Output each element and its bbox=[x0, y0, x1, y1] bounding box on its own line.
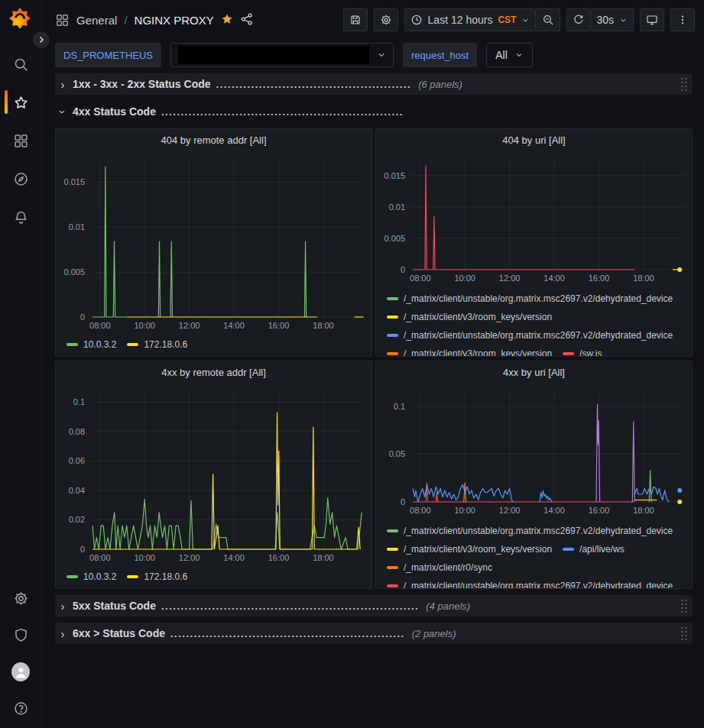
chevron-down-icon bbox=[619, 16, 628, 24]
apps-grid-icon bbox=[55, 13, 70, 28]
svg-text:0: 0 bbox=[80, 312, 85, 322]
panel-4xx-by-remote-addr: 4xx by remote addr [All] 08:0010:0012:00… bbox=[55, 361, 372, 589]
chart-404-by-remote-addr[interactable]: 08:0010:0012:0014:0016:0018:0000.0050.01… bbox=[56, 150, 371, 334]
legend-item[interactable]: /api/live/ws bbox=[563, 543, 625, 555]
svg-text:14:00: 14:00 bbox=[543, 273, 565, 283]
variable-request-host-value: All bbox=[495, 49, 508, 61]
legend-swatch bbox=[127, 575, 138, 578]
legend-item[interactable]: /_matrix/client/unstable/org.matrix.msc2… bbox=[387, 580, 673, 588]
legend-item[interactable]: /_matrix/client/unstable/org.matrix.msc2… bbox=[387, 329, 673, 341]
legend-item[interactable]: /_matrix/client/v3/room_keys/version bbox=[387, 348, 552, 356]
dashboard-settings-button[interactable] bbox=[374, 8, 398, 31]
chart-404-by-uri[interactable]: 08:0010:0012:0014:0016:0018:0000.0050.01… bbox=[376, 150, 692, 286]
panel-title[interactable]: 4xx by remote addr [All] bbox=[56, 361, 371, 383]
legend-swatch bbox=[387, 352, 398, 355]
variable-label-request-host[interactable]: request_host bbox=[403, 43, 477, 67]
compass-icon bbox=[13, 171, 29, 187]
row-panel-count: (2 panels) bbox=[412, 628, 456, 639]
row-drag-handle[interactable] bbox=[680, 626, 688, 642]
svg-text:0.04: 0.04 bbox=[69, 486, 85, 495]
row-title: 4xx Status Code bbox=[73, 105, 156, 118]
legend-item[interactable]: /sw.js bbox=[563, 348, 602, 356]
legend-item[interactable]: /_matrix/client/r0/sync bbox=[387, 561, 492, 574]
refresh-interval-label: 30s bbox=[596, 14, 614, 26]
legend-item[interactable]: /_matrix/client/v3/room_keys/version bbox=[387, 311, 552, 323]
row-drag-handle[interactable] bbox=[680, 77, 688, 93]
more-options-kebab-button[interactable] bbox=[670, 8, 695, 31]
row-header-6xx[interactable]: › 6xx > Status Code ....................… bbox=[55, 623, 693, 644]
chevron-down-icon bbox=[514, 50, 524, 60]
sidebar-item-profile[interactable] bbox=[11, 662, 30, 681]
variable-label-ds-prometheus[interactable]: DS_PROMETHEUS bbox=[55, 43, 161, 67]
sidebar-item-help[interactable] bbox=[11, 699, 30, 717]
svg-text:0.015: 0.015 bbox=[64, 177, 86, 186]
svg-text:10:00: 10:00 bbox=[134, 553, 155, 562]
chart-4xx-by-remote-addr[interactable]: 08:0010:0012:0014:0016:0018:0000.020.040… bbox=[56, 383, 371, 566]
bell-icon bbox=[13, 209, 29, 225]
sidebar-item-server-admin[interactable] bbox=[11, 626, 30, 644]
chevron-right-icon: › bbox=[58, 627, 67, 640]
legend-label: /_matrix/client/unstable/org.matrix.msc2… bbox=[404, 525, 673, 537]
svg-text:0: 0 bbox=[401, 265, 405, 274]
legend-item[interactable]: 10.0.3.2 bbox=[67, 571, 116, 583]
variable-ds-prometheus-select[interactable] bbox=[170, 43, 394, 67]
legend-swatch bbox=[127, 343, 138, 346]
save-dashboard-button[interactable] bbox=[343, 8, 368, 31]
sidebar-item-explore[interactable] bbox=[11, 170, 30, 188]
svg-text:08:00: 08:00 bbox=[410, 506, 431, 515]
legend-item[interactable]: 10.0.3.2 bbox=[67, 338, 116, 351]
sidebar-item-search[interactable] bbox=[11, 55, 30, 73]
variable-request-host-select[interactable]: All bbox=[486, 43, 533, 67]
refresh-dashboard-button[interactable] bbox=[566, 8, 591, 31]
panel-title[interactable]: 4xx by uri [All] bbox=[376, 361, 692, 383]
legend-item[interactable]: /_matrix/client/v3/room_keys/version bbox=[387, 543, 552, 555]
zoom-out-time-button[interactable] bbox=[536, 8, 560, 31]
sidebar-expand-button[interactable] bbox=[32, 31, 50, 49]
row-header-1xx-3xx-2xx[interactable]: › 1xx - 3xx - 2xx Status Code ..........… bbox=[55, 73, 693, 95]
svg-text:08:00: 08:00 bbox=[410, 273, 431, 283]
chevron-down-icon bbox=[521, 16, 530, 24]
svg-text:0.1: 0.1 bbox=[73, 397, 85, 406]
share-dashboard-button[interactable] bbox=[240, 12, 254, 28]
svg-text:12:00: 12:00 bbox=[499, 273, 521, 283]
tv-mode-button[interactable] bbox=[640, 8, 664, 31]
kebab-menu-icon bbox=[676, 14, 689, 26]
share-alt-icon bbox=[240, 12, 254, 26]
svg-text:0.005: 0.005 bbox=[384, 234, 406, 243]
page-title[interactable]: NGINX PROXY bbox=[135, 14, 214, 27]
svg-text:16:00: 16:00 bbox=[589, 506, 610, 515]
panel-title[interactable]: 404 by uri [All] bbox=[376, 129, 692, 150]
sidebar-item-configuration[interactable] bbox=[11, 589, 30, 607]
legend-item[interactable]: /_matrix/client/unstable/org.matrix.msc2… bbox=[387, 525, 673, 537]
chart-4xx-by-uri[interactable]: 08:0010:0012:0014:0016:0018:0000.050.1 bbox=[376, 383, 692, 519]
row-header-4xx[interactable]: › 4xx Status Code ......................… bbox=[55, 101, 693, 122]
legend-item[interactable]: 172.18.0.6 bbox=[127, 338, 187, 351]
chevron-right-icon bbox=[37, 35, 46, 44]
time-range-picker[interactable]: Last 12 hours CST bbox=[404, 8, 537, 31]
refresh-interval-picker[interactable]: 30s bbox=[591, 8, 634, 31]
panel-title[interactable]: 404 by remote addr [All] bbox=[56, 129, 371, 150]
svg-text:14:00: 14:00 bbox=[223, 553, 245, 562]
favorite-star-button[interactable] bbox=[220, 12, 234, 28]
zoom-out-icon bbox=[542, 14, 554, 26]
shield-icon bbox=[13, 627, 29, 643]
svg-text:0: 0 bbox=[401, 497, 405, 506]
row-header-5xx[interactable]: › 5xx Status Code ......................… bbox=[55, 595, 693, 616]
row-drag-handle[interactable] bbox=[680, 599, 688, 615]
sidebar-item-alerting[interactable] bbox=[11, 208, 30, 226]
svg-text:18:00: 18:00 bbox=[633, 273, 654, 283]
variable-request-host: request_host bbox=[403, 43, 477, 67]
star-icon bbox=[13, 95, 29, 111]
legend-item[interactable]: 172.18.0.6 bbox=[127, 571, 187, 583]
sidebar-item-starred[interactable] bbox=[11, 93, 30, 112]
svg-text:14:00: 14:00 bbox=[543, 506, 565, 515]
legend-item[interactable]: /_matrix/client/unstable/org.matrix.msc2… bbox=[387, 293, 673, 305]
legend-label: 172.18.0.6 bbox=[144, 571, 187, 583]
chevron-right-icon: › bbox=[58, 600, 67, 613]
row-panel-count: (6 panels) bbox=[418, 79, 462, 90]
breadcrumb-folder[interactable]: General bbox=[76, 14, 117, 27]
dashboard-variables-bar: DS_PROMETHEUS request_host All bbox=[42, 40, 704, 70]
sidebar-item-dashboards[interactable] bbox=[11, 131, 30, 150]
svg-text:16:00: 16:00 bbox=[589, 273, 610, 283]
grafana-logo[interactable] bbox=[9, 8, 32, 31]
